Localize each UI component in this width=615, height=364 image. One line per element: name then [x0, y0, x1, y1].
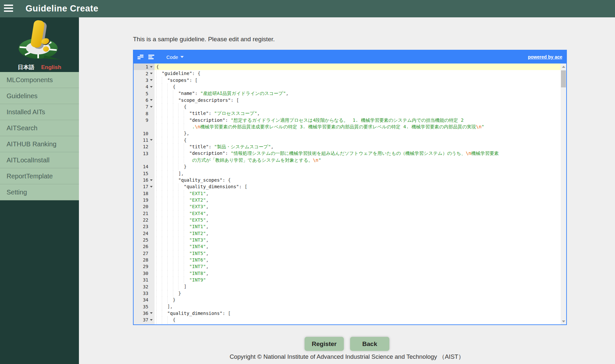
line-number: 33	[143, 291, 148, 296]
fold-arrow-icon[interactable]	[148, 64, 154, 70]
line-number: 30	[143, 271, 148, 276]
line-number: 13	[143, 151, 148, 156]
back-button[interactable]: Back	[350, 337, 389, 351]
scrollbar-thumb[interactable]	[561, 70, 566, 87]
fold-arrow-icon[interactable]	[148, 70, 154, 77]
gutter-cell: 10	[134, 130, 155, 136]
scroll-down-arrow-icon[interactable]	[561, 318, 566, 324]
code-line: "INT5",	[155, 250, 561, 257]
fold-arrow-icon[interactable]	[148, 137, 154, 143]
line-number: 24	[143, 231, 148, 236]
gutter-cell: 20	[134, 203, 155, 210]
format-json-icon[interactable]	[136, 53, 145, 61]
code-line: ],	[155, 170, 561, 177]
sidebar-item-aitlocalinstall[interactable]: AITLocalInstall	[0, 152, 79, 168]
code-line: "quality_scopes": {	[155, 177, 561, 183]
editor-gutter: 1234567891011121314151617181920212223242…	[134, 64, 155, 324]
action-buttons: Register Back	[79, 337, 615, 351]
lang-english-link[interactable]: English	[41, 64, 61, 70]
code-line: {	[155, 83, 561, 90]
code-line: ],	[155, 303, 561, 310]
line-number: 28	[143, 257, 148, 263]
line-number: 22	[143, 217, 148, 223]
language-switcher: 日本語 English	[0, 64, 79, 71]
sidebar-item-installed-aits[interactable]: Installed AITs	[0, 104, 79, 120]
fold-arrow-icon[interactable]	[148, 103, 154, 110]
code-line: "title": "プロセススコープ",	[155, 110, 561, 117]
line-number: 23	[143, 224, 148, 229]
sidebar-item-aithub-ranking[interactable]: AITHUB Ranking	[0, 136, 79, 152]
gutter-cell: 21	[134, 210, 155, 217]
gutter-cell: 11	[134, 137, 155, 143]
register-button[interactable]: Register	[305, 337, 344, 351]
gutter-cell: 30	[134, 270, 155, 277]
line-number: 3	[146, 78, 148, 83]
fold-arrow-icon[interactable]	[148, 183, 154, 190]
gutter-cell: 23	[134, 223, 155, 230]
code-line: "INT1",	[155, 223, 561, 230]
code-line: "EXT2",	[155, 197, 561, 203]
line-number: 35	[143, 304, 148, 309]
line-number: 15	[143, 171, 148, 176]
code-line: {	[155, 103, 561, 110]
gutter-cell: 25	[134, 237, 155, 243]
gutter-cell: 6	[134, 97, 155, 103]
line-number: 6	[146, 98, 148, 103]
powered-by-ace-link[interactable]: powered by ace	[528, 54, 562, 60]
scroll-up-arrow-icon[interactable]	[561, 64, 566, 69]
fold-arrow-icon[interactable]	[148, 97, 154, 103]
sidebar-item-reporttemplate[interactable]: ReportTemplate	[0, 168, 79, 184]
fold-arrow-icon[interactable]	[148, 83, 154, 90]
instruction-text: This is a sample guideline. Please edit …	[133, 36, 275, 43]
fold-arrow-icon[interactable]	[148, 317, 154, 323]
code-line: {	[155, 137, 561, 143]
gutter-cell: 13	[134, 150, 155, 156]
hamburger-menu-icon[interactable]	[4, 5, 14, 13]
line-number: 38	[143, 324, 148, 324]
lang-japanese-link[interactable]: 日本語	[18, 64, 34, 70]
chevron-down-icon	[180, 56, 184, 58]
line-number: 16	[143, 177, 148, 183]
gutter-cell: 35	[134, 303, 155, 310]
sidebar-item-aitsearch[interactable]: AITSearch	[0, 120, 79, 136]
code-line: "INT8",	[155, 270, 561, 277]
code-line: "INT6",	[155, 257, 561, 263]
sidebar-item-guidelines[interactable]: Guidelines	[0, 88, 79, 104]
code-line: }	[155, 290, 561, 297]
code-line: "EXT3",	[155, 203, 561, 210]
fold-arrow-icon[interactable]	[148, 310, 154, 317]
line-number: 25	[143, 237, 148, 243]
line-number: 36	[143, 311, 148, 316]
gutter-cell: 24	[134, 230, 155, 237]
code-line: "quality_dimensions": [	[155, 310, 561, 317]
gutter-cell	[134, 123, 155, 130]
mode-select-button[interactable]: Code	[166, 54, 184, 60]
code-line: "title": "製品・システムスコープ",	[155, 143, 561, 150]
code-line: "id": "..."	[155, 323, 561, 324]
gutter-cell: 19	[134, 197, 155, 203]
editor-code-area[interactable]: {"guideline": {"scopes": [{"name": "産総研A…	[155, 64, 561, 324]
code-line: の方式が「教師あり学習」であるシステムを対象とする。\n"	[155, 157, 561, 163]
editor-body: 1234567891011121314151617181920212223242…	[134, 64, 566, 324]
app-header: Guideline Create	[0, 0, 615, 17]
line-number: 21	[143, 211, 148, 216]
sidebar-item-setting[interactable]: Setting	[0, 184, 79, 200]
line-number: 12	[143, 144, 148, 149]
gutter-cell: 29	[134, 263, 155, 270]
sidebar-item-mlcomponents[interactable]: MLComponents	[0, 72, 79, 88]
editor-vertical-scrollbar[interactable]	[561, 64, 566, 324]
line-number: 26	[143, 244, 148, 249]
code-line: "INT7",	[155, 263, 561, 270]
gutter-cell: 3	[134, 77, 155, 83]
code-line: "scopes": [	[155, 77, 561, 83]
json-editor: Code powered by ace 12345678910111213141…	[133, 50, 567, 325]
code-line: "description": "想定するガイドライン適用プロセスは4段階からなる…	[155, 117, 561, 123]
fold-arrow-icon[interactable]	[148, 177, 154, 183]
compact-json-icon[interactable]	[147, 53, 156, 61]
line-number: 19	[143, 197, 148, 203]
fold-arrow-icon[interactable]	[148, 77, 154, 83]
code-line: "EXT5",	[155, 217, 561, 223]
line-number: 14	[143, 164, 148, 169]
gutter-cell: 22	[134, 217, 155, 223]
gutter-cell: 4	[134, 83, 155, 90]
